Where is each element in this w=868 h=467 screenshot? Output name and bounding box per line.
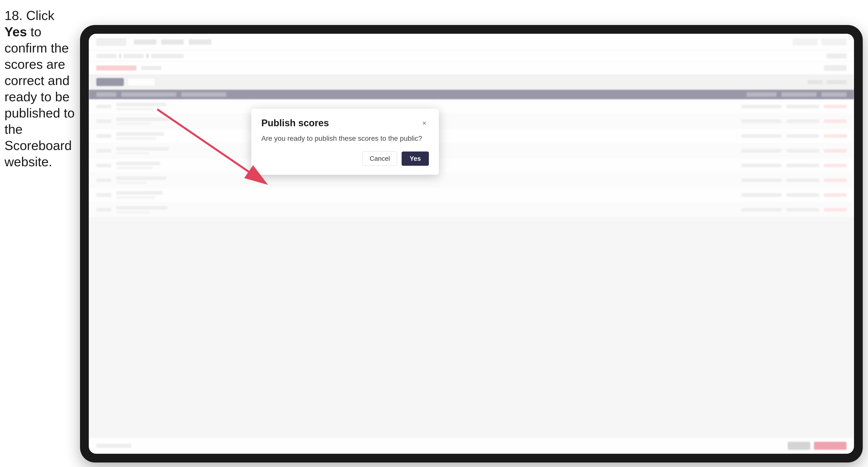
cancel-button[interactable]: Cancel [362, 152, 397, 166]
step-number: 18. [4, 8, 23, 23]
instruction-before-bold: Click [26, 8, 55, 23]
yes-button[interactable]: Yes [402, 152, 429, 166]
bold-yes: Yes [4, 25, 27, 39]
modal-body-text: Are you ready to publish these scores to… [261, 134, 429, 143]
modal-dialog: Publish scores × Are you ready to publis… [251, 109, 439, 175]
instruction-text: 18. Click Yes to confirm the scores are … [4, 7, 77, 170]
modal-header: Publish scores × [261, 118, 429, 128]
modal-footer: Cancel Yes [261, 152, 429, 166]
tablet-screen: Publish scores × Are you ready to publis… [89, 34, 854, 454]
instruction-after-bold: to confirm the scores are correct and re… [4, 25, 74, 169]
modal-close-button[interactable]: × [420, 119, 429, 128]
tablet-device: Publish scores × Are you ready to publis… [80, 25, 863, 463]
modal-title: Publish scores [261, 118, 329, 128]
modal-overlay: Publish scores × Are you ready to publis… [89, 34, 854, 454]
